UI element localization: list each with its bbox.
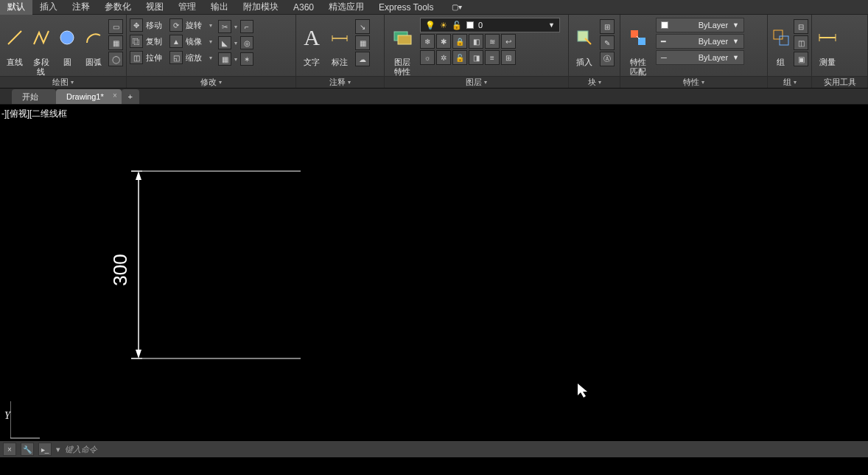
panel-annotate-label[interactable]: 注释 — [296, 76, 384, 88]
cmd-prompt-icon[interactable]: ▸_ — [38, 443, 52, 456]
tool-arc[interactable]: 圆弧 — [82, 18, 105, 67]
panel-modify-label[interactable]: 修改 — [127, 76, 295, 88]
draw-ellipse-icon[interactable]: ◯ — [108, 52, 123, 66]
tool-line[interactable]: 直线 — [3, 18, 27, 67]
menu-insert[interactable]: 插入 — [32, 0, 65, 15]
panel-block: 插入 ⊞ ✎ Ⓐ 块 — [569, 15, 620, 88]
cloud-icon[interactable]: ☁ — [355, 52, 370, 66]
block-edit-icon[interactable]: ✎ — [600, 35, 615, 50]
document-tabs: 开始 Drawing1*× + — [0, 89, 868, 105]
menu-featured[interactable]: 精选应用 — [321, 0, 371, 15]
ucs-y-label: Y — [4, 410, 10, 422]
layer-off-icon[interactable]: ❄ — [420, 34, 435, 49]
menu-manage[interactable]: 管理 — [171, 0, 203, 15]
array-icon[interactable]: ▦ — [218, 52, 231, 66]
close-icon[interactable]: × — [113, 91, 117, 100]
panel-draw-label[interactable]: 绘图 — [0, 76, 126, 88]
fillet-icon[interactable]: ⌐ — [240, 20, 253, 33]
layer-iso-icon[interactable]: ◧ — [469, 34, 483, 49]
panel-block-label[interactable]: 块 — [569, 76, 620, 88]
tab-drawing1[interactable]: Drawing1*× — [56, 89, 122, 104]
tool-circle[interactable]: 圆 — [56, 18, 80, 67]
table-icon[interactable]: ▦ — [355, 35, 370, 50]
chevron-right-icon: ▾ — [56, 445, 60, 454]
tool-arc-label: 圆弧 — [82, 58, 105, 67]
menu-annotate[interactable]: 注释 — [65, 0, 97, 15]
menu-view[interactable]: 视图 — [139, 0, 171, 15]
tool-measure[interactable]: 测量 — [815, 18, 840, 67]
layer-prev-icon[interactable]: ↩ — [501, 34, 516, 49]
offset-icon[interactable]: ◎ — [240, 36, 253, 49]
layer-dropdown[interactable]: 💡 ☀ 🔓 0 ▼ — [420, 18, 560, 32]
tool-group[interactable]: 组 — [771, 18, 791, 67]
panel-layers-label[interactable]: 图层 — [385, 76, 568, 88]
ungroup-icon[interactable]: ⊟ — [794, 19, 808, 34]
layer-state-icon[interactable]: ⊞ — [501, 50, 516, 65]
layer-uniso-icon[interactable]: ◨ — [469, 50, 483, 65]
tool-text[interactable]: A 文字 — [299, 18, 324, 67]
tool-polyline-label: 多段线 — [29, 58, 53, 77]
command-bar: × 🔧 ▸_ ▾ 键入命令 — [0, 441, 868, 457]
tool-insert-block[interactable]: 插入 — [572, 18, 597, 67]
scale-label: 缩放 — [186, 52, 206, 63]
explode-icon[interactable]: ✶ — [240, 52, 253, 66]
menu-output[interactable]: 输出 — [203, 0, 236, 15]
layer-thaw-icon[interactable]: ✲ — [436, 50, 451, 65]
draw-hatch-icon[interactable]: ▦ — [108, 35, 123, 50]
layer-freeze-icon[interactable]: ✱ — [436, 34, 451, 49]
menu-default[interactable]: 默认 — [0, 0, 32, 15]
move-icon[interactable]: ✥ — [130, 18, 143, 32]
panel-group-label[interactable]: 组 — [768, 76, 811, 88]
layer-on-icon[interactable]: ☼ — [420, 50, 435, 65]
panel-modify: ✥移动 ⟳旋转▾ ⿻复制 ▲镜像▾ ◫拉伸 ◱缩放▾ ✂▾⌐ ◣▾◎ ▦▾✶ 修… — [127, 15, 296, 88]
draw-rect-icon[interactable]: ▭ — [108, 19, 123, 34]
panel-utility: 测量 实用工具 — [812, 15, 868, 88]
group-select-icon[interactable]: ▣ — [794, 52, 808, 66]
panel-utility-label[interactable]: 实用工具 — [812, 76, 867, 88]
copy-icon[interactable]: ⿻ — [130, 35, 143, 48]
tab-new[interactable]: + — [122, 89, 139, 104]
ribbon: 直线 多段线 圆 圆弧 ▭ ▦ ◯ 绘图 ✥移 — [0, 15, 868, 89]
dim-label: 标注 — [327, 58, 352, 67]
panel-properties-label[interactable]: 特性 — [620, 76, 767, 88]
tool-polyline[interactable]: 多段线 — [29, 18, 53, 77]
layer-match-icon[interactable]: ≋ — [485, 34, 500, 49]
menu-bar: 默认 插入 注释 参数化 视图 管理 输出 附加模块 A360 精选应用 Exp… — [0, 0, 868, 15]
scale-icon[interactable]: ◱ — [169, 51, 183, 64]
prop-linetype-dropdown[interactable]: ─ByLayer▼ — [656, 50, 744, 65]
prop-lineweight-dropdown[interactable]: ━ByLayer▼ — [656, 34, 744, 49]
block-attr-icon[interactable]: Ⓐ — [600, 52, 615, 66]
mirror-icon[interactable]: ▲ — [169, 35, 183, 48]
menu-parametric[interactable]: 参数化 — [97, 0, 139, 15]
leader-icon[interactable]: ↘ — [355, 19, 370, 34]
rotate-icon[interactable]: ⟳ — [169, 18, 183, 32]
panel-draw: 直线 多段线 圆 圆弧 ▭ ▦ ◯ 绘图 — [0, 15, 127, 88]
drawing-canvas[interactable]: -][俯视][二维线框 300 Y X W × 🔧 ▸_ ▾ 键入命令 — [0, 105, 868, 457]
insert-label: 插入 — [572, 58, 597, 67]
trim-icon[interactable]: ✂ — [218, 20, 231, 33]
group-edit-icon[interactable]: ◫ — [794, 35, 808, 50]
lock-icon: 🔓 — [452, 21, 462, 30]
tool-dimension[interactable]: 标注 — [327, 18, 352, 67]
layer-walk-icon[interactable]: ≡ — [485, 50, 500, 65]
layer-unlock-icon[interactable]: 🔓 — [452, 50, 467, 65]
svg-marker-21 — [136, 350, 141, 358]
svg-rect-6 — [398, 35, 411, 44]
menu-a360[interactable]: A360 — [286, 1, 321, 14]
stretch-icon[interactable]: ◫ — [130, 51, 143, 64]
tool-match-properties[interactable]: 特性 匹配 — [623, 18, 653, 77]
tool-line-label: 直线 — [3, 58, 27, 67]
layer-name: 0 — [478, 21, 483, 30]
layer-lock-icon[interactable]: 🔒 — [452, 34, 467, 49]
cmd-close-icon[interactable]: × — [3, 443, 16, 456]
cmd-tools-icon[interactable]: 🔧 — [21, 443, 34, 456]
block-create-icon[interactable]: ⊞ — [600, 19, 615, 34]
tool-layer-properties[interactable]: 图层 特性 — [388, 18, 417, 77]
ribbon-collapse-icon[interactable]: ▢▾ — [452, 3, 462, 11]
menu-addons[interactable]: 附加模块 — [236, 0, 286, 15]
menu-express[interactable]: Express Tools — [371, 1, 441, 14]
tab-start[interactable]: 开始 — [12, 89, 56, 104]
prop-color-dropdown[interactable]: ByLayer▼ — [656, 18, 744, 32]
command-input[interactable]: 键入命令 — [65, 444, 97, 455]
chamfer-icon[interactable]: ◣ — [218, 36, 231, 49]
